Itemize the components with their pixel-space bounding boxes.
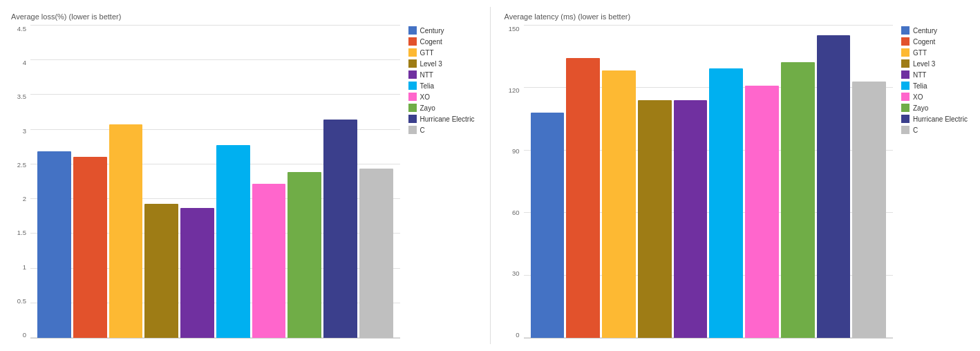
bar-c <box>359 169 393 338</box>
legend-item: C <box>408 126 476 134</box>
loss-chart-panel: Average loss(%) (lower is better) 00.511… <box>0 7 487 344</box>
legend-label: Zayo <box>420 104 435 112</box>
legend-label: GTT <box>420 49 434 57</box>
legend-item: Zayo <box>408 104 476 112</box>
loss-chart-title: Average loss(%) (lower is better) <box>11 12 476 21</box>
legend-item: Telia <box>408 82 476 90</box>
bar-hurricane-electric <box>817 35 851 338</box>
y-axis-label: 1 <box>11 263 26 271</box>
y-axis-label: 30 <box>505 269 520 277</box>
bar-xo <box>252 184 286 338</box>
y-axis-label: 4 <box>11 59 26 66</box>
legend-item: XO <box>901 93 969 101</box>
y-axis-label: 4.5 <box>11 25 26 32</box>
bar-telia <box>216 145 250 338</box>
latency-grid-bars <box>524 25 894 339</box>
legend-label: Hurricane Electric <box>913 115 968 123</box>
legend-label: XO <box>913 93 923 101</box>
legend-label: Level 3 <box>913 60 935 68</box>
legend-item: NTT <box>408 70 476 79</box>
legend-label: Hurricane Electric <box>420 115 475 123</box>
bar-c <box>852 82 886 338</box>
y-axis-label: 3 <box>11 127 26 135</box>
bar-telia <box>709 68 743 338</box>
legend-color-box <box>408 37 417 46</box>
latency-chart-panel: Average latency (ms) (lower is better) 0… <box>493 7 981 344</box>
legend-item: GTT <box>901 48 969 57</box>
legend-color-box <box>408 59 417 68</box>
bar-ntt <box>180 208 214 338</box>
legend-item: Hurricane Electric <box>901 115 969 123</box>
latency-y-axis: 0306090120150 <box>505 25 524 339</box>
legend-color-box <box>901 82 910 90</box>
bar-hurricane-electric <box>323 120 357 338</box>
legend-label: GTT <box>913 49 927 57</box>
y-axis-label: 0 <box>505 331 520 339</box>
legend-label: Cogent <box>420 38 442 46</box>
legend-color-box <box>408 104 417 112</box>
bar-century <box>531 113 565 338</box>
legend-label: Level 3 <box>420 60 442 68</box>
legend-label: XO <box>420 93 430 101</box>
loss-chart-area: 00.511.522.533.544.5 <box>11 25 400 339</box>
bar-cogent <box>73 157 107 338</box>
y-axis-label: 2.5 <box>11 161 26 169</box>
legend-item: XO <box>408 93 476 101</box>
legend-item: Hurricane Electric <box>408 115 476 123</box>
legend-color-box <box>901 115 910 123</box>
legend-label: Century <box>913 27 937 35</box>
legend-color-box <box>901 104 910 112</box>
bar-ntt <box>674 100 708 338</box>
legend-item: Century <box>901 26 969 35</box>
legend-color-box <box>408 26 417 35</box>
y-axis-label: 120 <box>505 86 520 94</box>
loss-chart-body: 00.511.522.533.544.5 CenturyCogentGTTLev… <box>11 25 476 339</box>
legend-label: Telia <box>420 82 435 90</box>
y-axis-label: 90 <box>505 147 520 155</box>
latency-chart-title: Average latency (ms) (lower is better) <box>505 12 970 21</box>
loss-chart-legend: CenturyCogentGTTLevel 3NTTTeliaXOZayoHur… <box>400 25 476 339</box>
legend-item: C <box>901 126 969 134</box>
legend-label: Cogent <box>913 38 935 46</box>
latency-chart-body: 0306090120150 CenturyCogentGTTLevel 3NTT… <box>505 25 970 339</box>
y-axis-label: 3.5 <box>11 93 26 100</box>
legend-label: NTT <box>913 71 926 79</box>
legend-item: Cogent <box>408 37 476 46</box>
y-axis-label: 0 <box>11 331 26 339</box>
bar-level-3 <box>638 100 672 338</box>
bar-gtt <box>602 70 636 338</box>
legend-label: NTT <box>420 71 433 79</box>
bar-level-3 <box>144 204 178 338</box>
legend-item: NTT <box>901 70 969 79</box>
legend-color-box <box>408 115 417 123</box>
legend-label: Telia <box>913 82 927 90</box>
legend-label: Century <box>420 27 444 35</box>
bar-gtt <box>109 124 143 338</box>
legend-item: Century <box>408 26 476 35</box>
bar-zayo <box>288 172 321 338</box>
legend-label: C <box>913 126 918 134</box>
legend-item: Telia <box>901 82 969 90</box>
y-axis-label: 2 <box>11 195 26 202</box>
legend-color-box <box>901 93 910 101</box>
legend-color-box <box>408 93 417 101</box>
legend-color-box <box>901 26 910 35</box>
legend-item: GTT <box>408 48 476 57</box>
bar-century <box>37 151 71 338</box>
legend-color-box <box>901 59 910 68</box>
y-axis-label: 1.5 <box>11 229 26 236</box>
bar-zayo <box>781 62 815 338</box>
loss-y-axis: 00.511.522.533.544.5 <box>11 25 30 339</box>
legend-label: C <box>420 126 425 134</box>
legend-label: Zayo <box>913 104 928 112</box>
charts-container: Average loss(%) (lower is better) 00.511… <box>0 7 980 344</box>
y-axis-label: 60 <box>505 209 520 216</box>
latency-chart-legend: CenturyCogentGTTLevel 3NTTTeliaXOZayoHur… <box>893 25 969 339</box>
legend-item: Level 3 <box>408 59 476 68</box>
legend-item: Cogent <box>901 37 969 46</box>
loss-grid-bars <box>30 25 400 339</box>
legend-color-box <box>901 126 910 134</box>
legend-color-box <box>408 82 417 90</box>
bar-cogent <box>566 58 600 338</box>
legend-color-box <box>901 48 910 57</box>
